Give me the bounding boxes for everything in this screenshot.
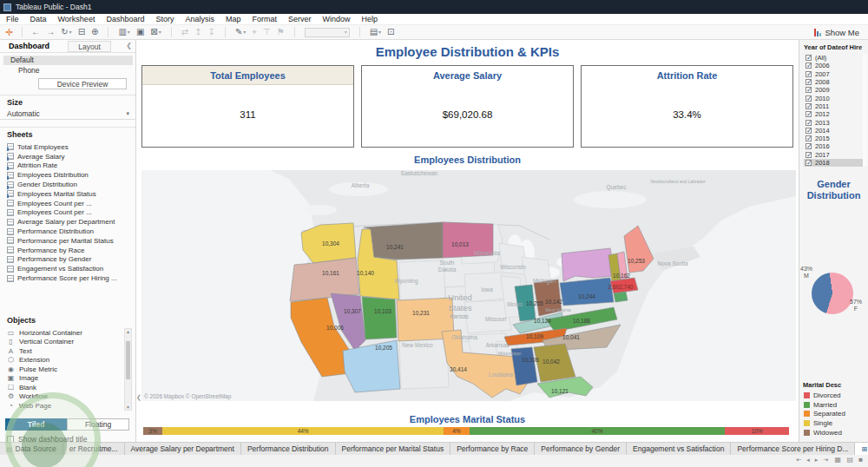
state-oregon[interactable] <box>290 258 359 301</box>
legend-item-widowed[interactable]: Widowed <box>804 428 866 437</box>
checkbox-checked-icon[interactable] <box>806 120 812 126</box>
sheet-list-item[interactable]: Performance per Marital Status <box>7 236 130 246</box>
menu-item-dashboard[interactable]: Dashboard <box>106 15 144 23</box>
object-item[interactable]: ⬡Extension <box>7 356 122 365</box>
menu-item-analysis[interactable]: Analysis <box>185 15 214 23</box>
objects-scrollbar[interactable]: ▲ ▼ <box>124 328 132 411</box>
sheet-tab[interactable]: Performance by Race <box>450 443 535 455</box>
object-item[interactable]: ◉Pulse Metric <box>7 365 122 374</box>
sheet-list-item[interactable]: Performance Distribution <box>7 227 130 236</box>
sheet-list-item[interactable]: Gender Distribution <box>7 180 130 189</box>
tab-dashboard[interactable]: Dashboard <box>9 42 49 50</box>
sheet-tab[interactable]: er Recruitme... <box>63 443 125 455</box>
checkbox-checked-icon[interactable] <box>806 62 812 69</box>
tableau-toolbar-logo-icon[interactable]: ✛ <box>5 28 13 36</box>
checkbox-checked-icon[interactable] <box>806 103 812 109</box>
object-item[interactable]: ◔Web Page <box>7 401 122 411</box>
legend-item-single[interactable]: Single <box>804 418 866 428</box>
marital-segment-separated[interactable]: 4% <box>444 427 469 435</box>
sheet-list-item[interactable]: Engagement vs Satisfaction <box>7 264 130 273</box>
checkbox-checked-icon[interactable] <box>806 87 812 93</box>
duplicate-icon[interactable]: ▣ <box>136 28 144 36</box>
object-item[interactable]: ▭Horizontal Container <box>7 328 122 338</box>
device-phone-row[interactable]: Phone <box>3 66 133 76</box>
menu-item-window[interactable]: Window <box>323 15 351 23</box>
device-preview-button[interactable]: Device Preview <box>38 78 127 89</box>
marital-segment-married[interactable]: 40% <box>470 427 726 435</box>
show-hide-cards-icon[interactable]: ▤▾ <box>370 28 381 36</box>
year-filter-row[interactable]: 2014 <box>804 127 865 135</box>
checkbox-checked-icon[interactable] <box>806 143 812 149</box>
year-filter-row[interactable]: 2018 <box>804 159 865 167</box>
sheet-list-item[interactable]: Performance by Race <box>7 246 130 255</box>
kpi-card-2[interactable]: Average Salary$69,020.68 <box>361 65 574 148</box>
sheet-tab[interactable]: Engagement vs Satisfaction <box>627 443 731 455</box>
marital-status-bar[interactable]: 3%44%4%40%10% <box>143 427 789 435</box>
tab-layout[interactable]: Layout <box>68 41 111 52</box>
sheet-tab[interactable]: ⊞Employee Distribution & KPIs <box>855 443 868 455</box>
checkbox-checked-icon[interactable] <box>806 55 812 61</box>
size-dropdown[interactable]: Automatic ▾ <box>0 109 136 120</box>
sheet-tab[interactable]: Performance Distribution <box>241 443 336 455</box>
sheet-list-item[interactable]: Attrition Rate <box>7 161 130 171</box>
checkbox-checked-icon[interactable] <box>806 95 812 102</box>
year-filter-row[interactable]: 2008 <box>804 78 865 86</box>
object-item[interactable]: ▣Image <box>7 374 122 384</box>
menu-item-map[interactable]: Map <box>226 15 241 23</box>
object-item[interactable]: ▯Vertical Container <box>7 338 122 347</box>
sheet-tab[interactable]: Performance per Marital Status <box>336 443 451 455</box>
legend-item-divorced[interactable]: Divorced <box>804 391 866 400</box>
kpi-card-1[interactable]: Total Employees311 <box>141 65 354 148</box>
year-filter-row[interactable]: 2009 <box>804 86 865 94</box>
marital-segment-divorced[interactable]: 10% <box>725 427 789 435</box>
sheet-list-item[interactable]: Employees Distribution <box>7 170 130 180</box>
checkbox-checked-icon[interactable] <box>806 160 812 166</box>
menu-item-server[interactable]: Server <box>288 15 312 23</box>
year-filter-row[interactable]: 2017 <box>804 151 865 159</box>
sheet-list-item[interactable]: Employees Marital Status <box>7 189 130 199</box>
view-mode-icons[interactable]: ▦ ▤ ■ <box>835 456 865 464</box>
sheet-list-item[interactable]: Employees Count per ... <box>7 199 130 208</box>
sheet-list-item[interactable]: Total Employees <box>7 142 130 152</box>
menu-item-story[interactable]: Story <box>155 15 174 23</box>
redo-icon[interactable]: → <box>46 28 55 36</box>
sheet-tab[interactable]: Average Salary per Department <box>125 443 241 455</box>
sheet-list-item[interactable]: Employees Count per ... <box>7 208 130 218</box>
state-utah[interactable] <box>362 297 397 339</box>
state-new-york[interactable] <box>562 248 615 281</box>
kpi-card-3[interactable]: Attrition Rate33.4% <box>581 65 793 148</box>
year-filter-row[interactable]: 2010 <box>804 94 865 102</box>
gender-pie-chart[interactable] <box>812 273 853 314</box>
scroll-thumb[interactable] <box>126 341 130 379</box>
clear-sheet-icon[interactable]: ⊠▾ <box>150 28 161 36</box>
year-filter-row[interactable]: 2016 <box>804 142 865 150</box>
checkbox-checked-icon[interactable] <box>806 79 812 85</box>
checkbox-checked-icon[interactable] <box>806 71 812 77</box>
sheet-tab[interactable]: Performance by Gender <box>535 443 627 455</box>
sheet-tab[interactable]: ▤Data Source <box>0 443 63 455</box>
year-filter-row[interactable]: 2013 <box>804 118 865 126</box>
object-item[interactable]: ⚙Workflow <box>7 392 122 402</box>
checkbox-checked-icon[interactable] <box>806 152 812 158</box>
menu-item-help[interactable]: Help <box>362 15 378 23</box>
legend-item-separated[interactable]: Separated <box>804 410 866 419</box>
checkbox-checked-icon[interactable] <box>806 111 812 117</box>
sheet-list-item[interactable]: Performance Score per Hiring ... <box>7 273 130 283</box>
year-filter-row[interactable]: (All) <box>804 54 865 62</box>
checkbox-checked-icon[interactable] <box>806 128 812 134</box>
employees-distribution-map[interactable]: 10,30410,16110,14010,24110,01310,00610,3… <box>141 170 796 401</box>
object-item[interactable]: AText <box>7 346 122 356</box>
save-icon[interactable]: ⊟ <box>78 28 85 36</box>
year-filter-row[interactable]: 2006 <box>804 62 865 69</box>
device-default-row[interactable]: Default <box>3 56 133 65</box>
year-filter-row[interactable]: 2007 <box>804 70 865 78</box>
state-pennsylvania[interactable] <box>560 278 614 306</box>
marital-segment-single[interactable]: 44% <box>162 427 444 435</box>
state-montana[interactable] <box>364 222 443 260</box>
menu-item-format[interactable]: Format <box>252 15 277 23</box>
object-item[interactable]: ☐Blank <box>7 383 122 392</box>
year-filter-row[interactable]: 2011 <box>804 102 865 110</box>
highlight-icon[interactable]: ✎▾ <box>235 28 246 36</box>
menu-item-file[interactable]: File <box>6 15 19 23</box>
sheet-list-item[interactable]: Performance by Gender <box>7 255 130 265</box>
